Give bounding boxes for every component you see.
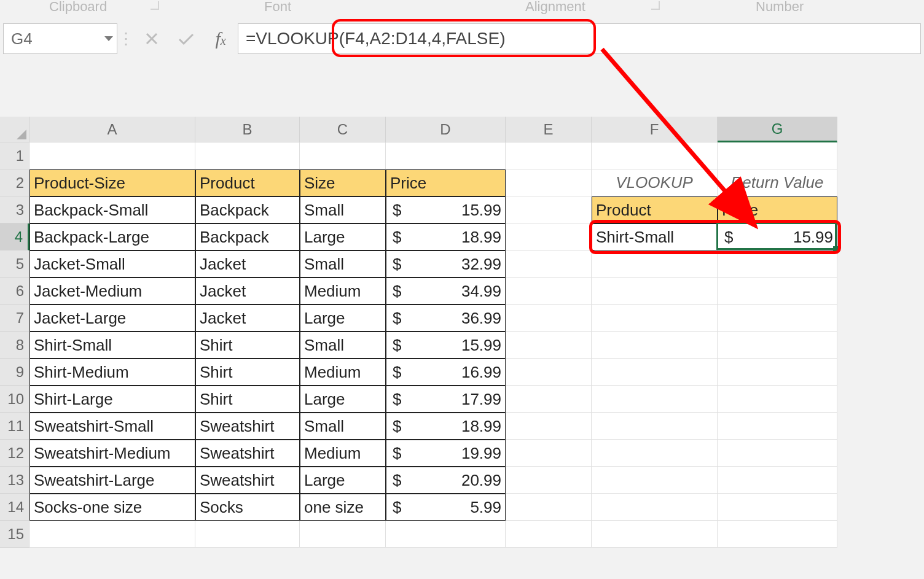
name-box[interactable]: G4	[3, 23, 117, 54]
column-headers[interactable]: ABCDEFG	[29, 117, 837, 142]
cell-F10[interactable]	[592, 386, 718, 413]
cell-G12[interactable]	[718, 440, 837, 467]
cell-C3[interactable]: Small	[300, 196, 386, 223]
cell-G9[interactable]	[718, 359, 837, 386]
cell-E6[interactable]	[506, 278, 592, 305]
cell-F15[interactable]	[592, 521, 718, 548]
column-header-A[interactable]: A	[29, 117, 195, 142]
cell-F2[interactable]: VLOOKUP	[592, 169, 718, 196]
cell-C6[interactable]: Medium	[300, 278, 386, 305]
cell-C13[interactable]: Large	[300, 467, 386, 494]
cancel-formula-button[interactable]	[135, 23, 169, 54]
cell-F11[interactable]	[592, 413, 718, 440]
cell-C8[interactable]: Small	[300, 332, 386, 359]
cell-A9[interactable]: Shirt-Medium	[29, 359, 195, 386]
cell-E11[interactable]	[506, 413, 592, 440]
cell-G4[interactable]: $15.99	[718, 223, 837, 251]
cell-E15[interactable]	[506, 521, 592, 548]
row-header-3[interactable]: 3	[0, 196, 29, 223]
cell-A5[interactable]: Jacket-Small	[29, 251, 195, 278]
cell-C7[interactable]: Large	[300, 305, 386, 332]
row-header-13[interactable]: 13	[0, 467, 29, 494]
cell-E2[interactable]	[506, 169, 592, 196]
cell-C1[interactable]	[300, 142, 386, 169]
alignment-dialog-launcher-icon[interactable]	[651, 1, 660, 10]
cell-E12[interactable]	[506, 440, 592, 467]
cell-D8[interactable]: $15.99	[386, 332, 506, 359]
cell-D12[interactable]: $19.99	[386, 440, 506, 467]
cell-D2[interactable]: Price	[386, 169, 506, 196]
cell-C14[interactable]: one size	[300, 494, 386, 521]
cell-D15[interactable]	[386, 521, 506, 548]
cell-F1[interactable]	[592, 142, 718, 169]
cell-A15[interactable]	[29, 521, 195, 548]
cell-C5[interactable]: Small	[300, 251, 386, 278]
cell-D3[interactable]: $15.99	[386, 196, 506, 223]
column-header-E[interactable]: E	[506, 117, 592, 142]
cell-A7[interactable]: Jacket-Large	[29, 305, 195, 332]
cell-D6[interactable]: $34.99	[386, 278, 506, 305]
cell-G15[interactable]	[718, 521, 837, 548]
row-header-2[interactable]: 2	[0, 169, 29, 196]
cell-E4[interactable]	[506, 223, 592, 251]
cell-B3[interactable]: Backpack	[195, 196, 300, 223]
cell-G6[interactable]	[718, 278, 837, 305]
cell-A11[interactable]: Sweatshirt-Small	[29, 413, 195, 440]
cell-E10[interactable]	[506, 386, 592, 413]
cells-area[interactable]: Product-SizeProductSizePriceVLOOKUPRetur…	[29, 142, 837, 548]
cell-E14[interactable]	[506, 494, 592, 521]
cell-G5[interactable]	[718, 251, 837, 278]
cell-E9[interactable]	[506, 359, 592, 386]
cell-B13[interactable]: Sweatshirt	[195, 467, 300, 494]
cell-F3[interactable]: Product	[592, 196, 718, 223]
formula-input[interactable]: =VLOOKUP(F4,A2:D14,4,FALSE)	[238, 23, 921, 54]
cell-B10[interactable]: Shirt	[195, 386, 300, 413]
cell-E3[interactable]	[506, 196, 592, 223]
cell-D1[interactable]	[386, 142, 506, 169]
clipboard-dialog-launcher-icon[interactable]	[151, 1, 159, 10]
cell-F7[interactable]	[592, 305, 718, 332]
cell-B8[interactable]: Shirt	[195, 332, 300, 359]
cell-B7[interactable]: Jacket	[195, 305, 300, 332]
cell-B4[interactable]: Backpack	[195, 223, 300, 251]
cell-A10[interactable]: Shirt-Large	[29, 386, 195, 413]
cell-F5[interactable]	[592, 251, 718, 278]
cell-D5[interactable]: $32.99	[386, 251, 506, 278]
column-header-C[interactable]: C	[300, 117, 386, 142]
cell-A3[interactable]: Backpack-Small	[29, 196, 195, 223]
cell-A12[interactable]: Sweatshirt-Medium	[29, 440, 195, 467]
cell-D11[interactable]: $18.99	[386, 413, 506, 440]
cell-E7[interactable]	[506, 305, 592, 332]
cell-G14[interactable]	[718, 494, 837, 521]
cell-B1[interactable]	[195, 142, 300, 169]
column-header-G[interactable]: G	[718, 117, 837, 142]
cell-G13[interactable]	[718, 467, 837, 494]
cell-D4[interactable]: $18.99	[386, 223, 506, 251]
cell-F13[interactable]	[592, 467, 718, 494]
enter-formula-button[interactable]	[169, 23, 203, 54]
row-header-5[interactable]: 5	[0, 251, 29, 278]
cell-F12[interactable]	[592, 440, 718, 467]
cell-C10[interactable]: Large	[300, 386, 386, 413]
row-header-9[interactable]: 9	[0, 359, 29, 386]
cell-D13[interactable]: $20.99	[386, 467, 506, 494]
row-header-12[interactable]: 12	[0, 440, 29, 467]
cell-B14[interactable]: Socks	[195, 494, 300, 521]
cell-B12[interactable]: Sweatshirt	[195, 440, 300, 467]
row-header-6[interactable]: 6	[0, 278, 29, 305]
row-header-11[interactable]: 11	[0, 413, 29, 440]
column-header-D[interactable]: D	[386, 117, 506, 142]
cell-D9[interactable]: $16.99	[386, 359, 506, 386]
cell-E8[interactable]	[506, 332, 592, 359]
cell-B6[interactable]: Jacket	[195, 278, 300, 305]
cell-C12[interactable]: Medium	[300, 440, 386, 467]
cell-A6[interactable]: Jacket-Medium	[29, 278, 195, 305]
cell-B5[interactable]: Jacket	[195, 251, 300, 278]
row-header-10[interactable]: 10	[0, 386, 29, 413]
cell-D10[interactable]: $17.99	[386, 386, 506, 413]
cell-G7[interactable]	[718, 305, 837, 332]
cell-F8[interactable]	[592, 332, 718, 359]
column-header-F[interactable]: F	[592, 117, 718, 142]
cell-A8[interactable]: Shirt-Small	[29, 332, 195, 359]
cell-A4[interactable]: Backpack-Large	[29, 223, 195, 251]
